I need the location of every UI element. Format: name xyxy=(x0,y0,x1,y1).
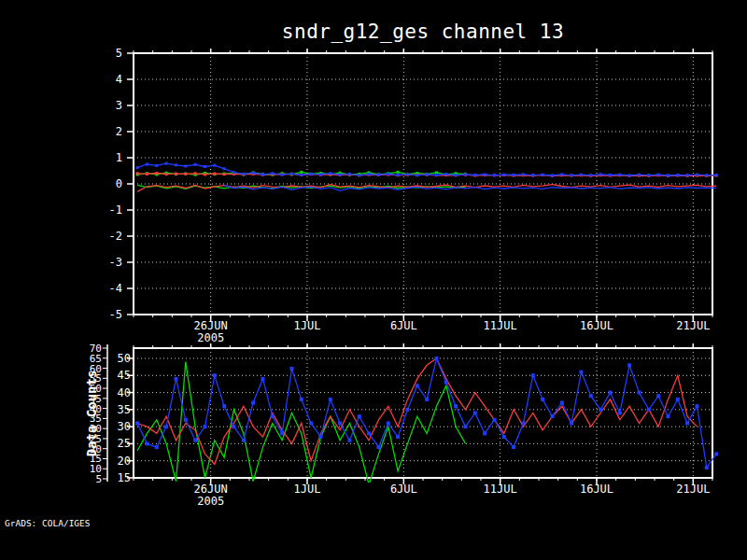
marker xyxy=(657,174,660,176)
marker xyxy=(493,174,496,176)
marker xyxy=(368,173,371,175)
marker xyxy=(685,421,689,425)
grads-window: sndr_g12_ges channel 13 26JUN20051JUL6JU… xyxy=(0,0,747,560)
marker xyxy=(599,173,602,175)
marker xyxy=(676,398,680,401)
marker xyxy=(194,163,197,166)
marker xyxy=(194,172,197,175)
marker xyxy=(387,173,389,175)
marker xyxy=(571,174,573,176)
marker xyxy=(522,173,525,175)
y-tick-label: 25 xyxy=(118,437,131,450)
y-tick-label: -4 xyxy=(109,282,122,295)
series-layer xyxy=(136,162,718,192)
y-tick-label: 15 xyxy=(118,471,131,484)
marker xyxy=(715,174,718,176)
marker xyxy=(204,173,206,175)
marker xyxy=(608,391,612,395)
marker xyxy=(136,166,139,169)
marker xyxy=(483,431,486,435)
x-tick-label: 16JUL xyxy=(580,483,613,496)
grads-watermark: GrADS: COLA/IGES xyxy=(5,518,91,528)
marker xyxy=(203,425,206,428)
marker xyxy=(647,408,651,412)
marker xyxy=(232,425,235,428)
marker xyxy=(580,174,583,176)
marker xyxy=(542,174,544,176)
marker xyxy=(473,412,477,415)
marker xyxy=(454,404,458,408)
marker xyxy=(541,398,544,401)
y-tick-label: 3 xyxy=(116,99,122,112)
marker xyxy=(377,174,380,176)
series-red-counts xyxy=(137,358,697,464)
marker xyxy=(261,173,264,175)
x-tick-year-label: 2005 xyxy=(197,331,224,344)
marker xyxy=(204,165,206,168)
marker xyxy=(666,414,669,418)
marker xyxy=(714,452,718,455)
x-tick-label: 1JUL xyxy=(294,319,321,332)
marker xyxy=(213,373,217,377)
marker xyxy=(560,401,564,405)
marker xyxy=(193,439,197,442)
marker xyxy=(434,357,438,360)
marker xyxy=(521,421,525,425)
marker xyxy=(531,373,535,377)
marker xyxy=(463,425,467,428)
y-tick-label: 40 xyxy=(118,386,131,399)
marker xyxy=(628,175,631,177)
series-blue-counts xyxy=(137,358,716,468)
y-tick-label: -1 xyxy=(109,203,122,217)
y-tick-label: 35 xyxy=(118,403,131,416)
marker xyxy=(426,173,429,175)
marker xyxy=(492,418,496,422)
marker xyxy=(647,174,650,176)
marker xyxy=(155,164,158,167)
plot-canvas: sndr_g12_ges channel 13 26JUN20051JUL6JU… xyxy=(0,0,747,560)
marker xyxy=(310,173,313,175)
marker xyxy=(174,377,177,381)
marker xyxy=(638,174,641,176)
x-tick-label: 21JUL xyxy=(676,483,710,496)
y-axis-title: Data Counts xyxy=(84,371,99,457)
marker xyxy=(136,172,139,175)
marker xyxy=(358,174,360,176)
outer-axis-label: 5 xyxy=(95,473,102,485)
marker xyxy=(329,398,332,401)
marker xyxy=(348,173,351,175)
y-tick-label: 0 xyxy=(116,177,122,190)
marker xyxy=(609,174,612,176)
marker xyxy=(667,175,669,177)
marker xyxy=(656,394,660,398)
x-tick-label: 21JUL xyxy=(676,319,710,332)
marker xyxy=(560,173,563,175)
marker xyxy=(289,367,293,371)
marker xyxy=(223,167,226,170)
x-tick-label: 6JUL xyxy=(390,483,417,496)
marker xyxy=(551,175,554,177)
marker xyxy=(300,398,303,401)
markers-blue-counts xyxy=(135,357,718,469)
marker xyxy=(435,174,438,176)
marker xyxy=(165,162,168,165)
marker xyxy=(589,174,592,176)
marker xyxy=(261,377,264,381)
marker xyxy=(396,435,400,439)
x-tick-label: 11JUL xyxy=(484,483,517,496)
top-panel: 26JUN20051JUL6JUL11JUL16JUL21JUL543210-1… xyxy=(109,47,718,344)
marker xyxy=(686,174,689,176)
marker xyxy=(705,466,709,469)
marker xyxy=(502,435,506,439)
marker xyxy=(406,173,409,175)
bottom-panel: 26JUN20051JUL6JUL11JUL16JUL21JUL50454035… xyxy=(90,343,718,508)
marker xyxy=(318,435,322,439)
marker xyxy=(319,173,322,175)
y-tick-label: -5 xyxy=(109,308,122,321)
marker xyxy=(464,173,467,175)
marker xyxy=(444,381,448,385)
marker xyxy=(300,174,303,176)
marker xyxy=(338,421,342,425)
marker xyxy=(184,173,187,175)
marker xyxy=(251,401,255,405)
